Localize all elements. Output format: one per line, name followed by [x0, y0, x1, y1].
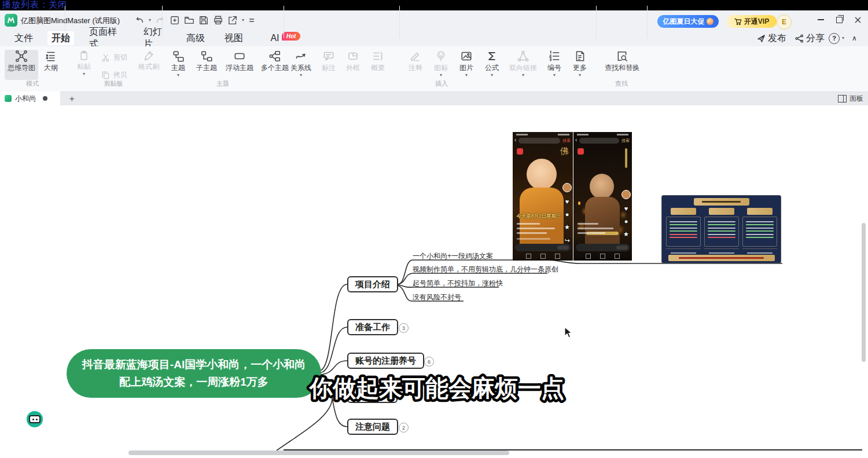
leaf-topic[interactable]: 起号简单，不投抖加，涨粉快: [413, 279, 503, 288]
menu-tab-home[interactable]: 开始: [47, 31, 74, 45]
collapse-badge[interactable]: 6: [424, 357, 434, 367]
export-button[interactable]: [227, 15, 238, 25]
picture-icon: [460, 50, 473, 63]
minimize-icon: [818, 19, 824, 20]
close-button[interactable]: [849, 12, 866, 28]
attached-image-douyin-screenshot-2[interactable]: ‹ 搜索 ♥ ● ★ ↪: [573, 132, 632, 261]
subtopic-icon: [200, 50, 213, 63]
help-button[interactable]: ? ▾: [829, 31, 844, 45]
share-button[interactable]: 分享: [795, 31, 825, 45]
central-topic[interactable]: 抖音最新蓝海项目-AI国学小和尚，一个小和尚 配上鸡汤文案，一周涨粉1万多: [67, 349, 321, 398]
phone-action-rail: ♥ ● ★ ↪: [562, 183, 572, 244]
undo-button[interactable]: [134, 15, 145, 25]
collapse-badge[interactable]: 2: [399, 423, 409, 433]
bidirectional-link-button[interactable]: 双向链接 ▾: [506, 50, 540, 80]
undo-caret-icon[interactable]: ▾: [149, 18, 151, 23]
avatar-icon: [562, 183, 572, 192]
picture-button[interactable]: 图片 ▾: [455, 50, 478, 80]
summer-promo-button[interactable]: 亿图夏日大促: [657, 15, 719, 28]
relationship-button[interactable]: 关系线 ▾: [287, 50, 315, 80]
minimize-button[interactable]: [812, 12, 829, 28]
find-replace-button[interactable]: 查找和替换: [598, 50, 646, 80]
new-tab-button[interactable]: ＋: [65, 91, 79, 105]
menu-tab-pagestyle[interactable]: 页面样式: [89, 31, 122, 45]
export-caret-icon[interactable]: ▾: [242, 18, 244, 23]
plan-column: [742, 208, 777, 253]
floating-topic-button[interactable]: 浮动主题: [222, 50, 257, 80]
menu-tab-slides[interactable]: 幻灯片: [144, 31, 169, 45]
topic-account-register[interactable]: 账号的注册养号: [347, 353, 424, 369]
boundary-button[interactable]: 外框: [341, 50, 365, 80]
restore-button[interactable]: [831, 12, 847, 28]
phone-statusbar: [516, 134, 569, 135]
restore-icon: [836, 17, 843, 23]
topic-icon: [172, 50, 185, 63]
icon-library-button[interactable]: 图标 ▾: [429, 50, 453, 80]
new-file-button[interactable]: [170, 15, 180, 25]
numbering-button[interactable]: 编号 ▾: [543, 50, 566, 80]
vertical-scrollbar[interactable]: [862, 223, 866, 362]
group-label-topic: 主题: [162, 79, 284, 88]
plan-column: [704, 208, 739, 253]
collapse-ribbon-button[interactable]: ∧: [852, 31, 857, 45]
topic-preparation[interactable]: 准备工作: [347, 319, 398, 335]
panel-toggle-button[interactable]: 面板: [838, 91, 863, 105]
save-button[interactable]: [198, 15, 209, 25]
mindmap-canvas[interactable]: 抖音最新蓝海项目-AI国学小和尚，一个小和尚 配上鸡汤文案，一周涨粉1万多 项目…: [0, 105, 868, 458]
customize-qat-icon[interactable]: [248, 17, 255, 24]
star-icon: ★: [623, 230, 629, 238]
caption-line: [517, 232, 547, 234]
scissors-icon: [101, 53, 111, 63]
formula-caret-icon: ▾: [491, 73, 493, 78]
paste-button[interactable]: 粘贴 ▾: [71, 50, 97, 80]
chevron-up-icon: ∧: [852, 34, 857, 42]
mindmap-mode-button[interactable]: 思维导图: [5, 50, 38, 80]
outline-icon: [45, 50, 57, 63]
attached-image-douyin-screenshot-1[interactable]: ‹ 搜索 佛 今天是8月2日星期三 ♥ ● ★ ↪: [513, 132, 573, 261]
menu-tab-advanced[interactable]: 高级: [186, 31, 205, 45]
divider: [399, 6, 400, 38]
print-button[interactable]: [213, 15, 223, 25]
central-line1: 抖音最新蓝海项目-AI国学小和尚，一个小和尚: [82, 356, 306, 373]
menu-tab-ai[interactable]: AI: [270, 31, 280, 45]
paste-caret-icon: ▾: [83, 72, 85, 76]
open-vip-button[interactable]: 开通VIP: [727, 15, 777, 28]
help-caret-icon: ▾: [842, 36, 844, 41]
caption-line: [517, 238, 550, 240]
ai-assistant-button[interactable]: [27, 411, 43, 427]
redo-button[interactable]: [155, 15, 165, 25]
cut-button[interactable]: 剪切: [101, 51, 127, 64]
format-painter-button[interactable]: 格式刷: [134, 50, 163, 80]
publish-button[interactable]: 发布: [757, 31, 786, 45]
callout-button[interactable]: 标注: [317, 50, 340, 80]
attached-image-plan-table[interactable]: [661, 195, 781, 263]
find-replace-icon: [616, 50, 628, 63]
horizontal-scrollbar[interactable]: [128, 450, 509, 455]
picture-caret-icon: ▾: [465, 73, 468, 78]
formula-button[interactable]: 公式 ▾: [480, 50, 503, 80]
leaf-topic[interactable]: 一个小和尚+一段鸡汤文案: [413, 251, 493, 261]
document-tabbar: [0, 91, 868, 106]
menu-tab-file[interactable]: 文件: [14, 31, 34, 45]
topic-button[interactable]: 主题 ▾: [165, 50, 191, 80]
summary-button[interactable]: 概要: [366, 50, 390, 80]
relationship-icon: [295, 50, 307, 63]
collapse-badge[interactable]: 3: [399, 323, 409, 333]
subtopic-button[interactable]: 子主题: [192, 50, 221, 80]
document-tab[interactable]: 小和尚: [0, 91, 60, 105]
topic-cautions[interactable]: 注意问题: [347, 419, 398, 435]
topic-project-intro[interactable]: 项目介绍: [347, 276, 398, 292]
paper-plane-icon: [757, 34, 766, 43]
monk-head: [527, 159, 557, 190]
mouse-cursor: [564, 327, 573, 339]
menu-tab-view[interactable]: 视图: [225, 31, 243, 45]
open-file-button[interactable]: [184, 15, 194, 25]
comment-button[interactable]: 注释: [404, 50, 427, 80]
leaf-topic[interactable]: 没有风险不封号: [413, 292, 461, 302]
more-insert-button[interactable]: 更多 ▾: [568, 50, 591, 80]
avatar-icon: [621, 190, 631, 199]
outline-mode-button[interactable]: 大纲: [39, 50, 62, 80]
user-avatar[interactable]: E: [777, 14, 792, 30]
leaf-topic[interactable]: 视频制作简单，不用剪辑功底，几分钟一条原创: [413, 265, 558, 274]
subtitle-text: 你做起来可能会麻烦一点: [308, 375, 564, 401]
